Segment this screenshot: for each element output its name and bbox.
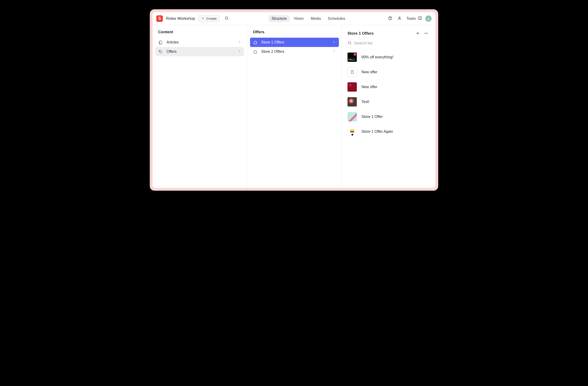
svg-point-9	[348, 41, 351, 44]
pane-offers-body: Store 1 Offers Store 2 Offers	[247, 37, 342, 57]
document-row[interactable]: Store 1 Offer Again	[346, 124, 432, 139]
window-frame: S Roles Workshop Create Structure Vision…	[150, 9, 438, 191]
offers-item-label: Store 2 Offers	[261, 50, 329, 54]
topbar-right: Tasks	[386, 15, 432, 22]
svg-point-7	[426, 33, 427, 34]
document-title: New offer	[361, 85, 377, 89]
ellipsis-icon	[424, 31, 428, 36]
document-title: 90% off everything!	[361, 55, 393, 59]
document-thumbnail	[348, 127, 357, 136]
document-row[interactable]: Store 1 Offer	[346, 109, 432, 124]
document-row[interactable]: Test!	[346, 94, 432, 109]
offers-item-store1[interactable]: Store 1 Offers	[250, 38, 339, 47]
document-list: 90% off everything! New offer New offer	[342, 48, 435, 141]
document-thumbnail	[348, 67, 357, 77]
panes: Content Articles	[153, 25, 435, 188]
svg-point-5	[160, 51, 160, 51]
search-icon	[348, 41, 352, 46]
search-icon	[225, 16, 229, 21]
pane-list-header: Store 1 Offers	[342, 25, 435, 40]
user-icon	[397, 16, 402, 21]
sidebar-toggle-icon	[418, 16, 422, 21]
nav-tab-media[interactable]: Media	[308, 15, 324, 22]
pane-list-actions	[414, 30, 430, 37]
help-icon	[388, 16, 392, 21]
pane-list-title: Store 1 Offers	[348, 31, 374, 36]
svg-point-3	[399, 17, 400, 18]
chevron-right-icon	[238, 40, 241, 45]
document-row[interactable]: New offer	[346, 80, 432, 94]
content-item-offers[interactable]: Offers	[155, 47, 244, 56]
svg-point-8	[427, 33, 428, 34]
nav-tab-schedules[interactable]: Schedules	[325, 15, 348, 22]
tasks-button[interactable]: Tasks	[405, 15, 423, 22]
svg-point-6	[425, 33, 425, 34]
pane-content-title: Content	[158, 30, 173, 34]
create-label: Create	[206, 17, 216, 20]
documents-icon	[158, 40, 163, 45]
pane-offers-header: Offers	[247, 25, 342, 37]
nav-tab-vision[interactable]: Vision	[291, 15, 307, 22]
content-item-articles[interactable]: Articles	[155, 38, 244, 47]
plus-icon	[415, 31, 420, 36]
document-row[interactable]: New offer	[346, 65, 432, 80]
offers-item-label: Store 1 Offers	[261, 40, 329, 44]
nav-tab-structure[interactable]: Structure	[269, 15, 290, 22]
presence-button[interactable]	[396, 15, 403, 22]
offers-item-store2[interactable]: Store 2 Offers	[250, 47, 339, 56]
app-shell: S Roles Workshop Create Structure Vision…	[153, 12, 435, 188]
svg-rect-4	[418, 17, 421, 20]
document-thumbnail	[348, 112, 357, 121]
svg-point-2	[390, 19, 390, 19]
plus-icon	[201, 17, 205, 21]
document-title: Test!	[361, 100, 369, 104]
tasks-label: Tasks	[406, 17, 416, 21]
document-thumbnail	[348, 53, 357, 62]
topbar: S Roles Workshop Create Structure Vision…	[153, 12, 435, 25]
pane-document-list: Store 1 Offers	[342, 25, 435, 188]
search-list-input[interactable]	[354, 40, 430, 47]
pane-content: Content Articles	[153, 25, 247, 188]
chevron-right-icon	[332, 49, 336, 54]
search-button[interactable]	[223, 15, 230, 22]
home-icon	[253, 50, 257, 54]
nav-tabs: Structure Vision Media Schedules	[233, 15, 383, 22]
document-thumbnail	[348, 82, 357, 92]
pane-offers-title: Offers	[253, 30, 264, 34]
content-item-label: Offers	[167, 50, 234, 54]
pane-content-header: Content	[153, 25, 247, 37]
svg-point-0	[225, 17, 228, 19]
document-title: Store 1 Offer	[361, 115, 383, 119]
home-icon	[253, 40, 257, 45]
add-document-button[interactable]	[414, 30, 421, 37]
chevron-right-icon	[238, 49, 241, 54]
create-button[interactable]: Create	[198, 15, 220, 22]
pane-content-body: Articles Offers	[153, 37, 247, 57]
app-logo[interactable]: S	[156, 15, 163, 22]
help-button[interactable]	[386, 15, 394, 22]
search-wrap	[342, 40, 435, 48]
document-title: New offer	[361, 70, 377, 74]
user-avatar[interactable]	[425, 15, 432, 22]
document-row[interactable]: 90% off everything!	[346, 50, 432, 65]
tag-icon	[158, 50, 163, 54]
workspace-name[interactable]: Roles Workshop	[166, 16, 195, 21]
document-thumbnail	[348, 97, 357, 106]
pane-menu-button[interactable]	[422, 30, 430, 37]
content-item-label: Articles	[167, 40, 234, 44]
pane-offers: Offers Store 1 Offers	[247, 25, 342, 188]
chevron-right-icon	[332, 40, 336, 45]
document-title: Store 1 Offer Again	[361, 129, 393, 134]
